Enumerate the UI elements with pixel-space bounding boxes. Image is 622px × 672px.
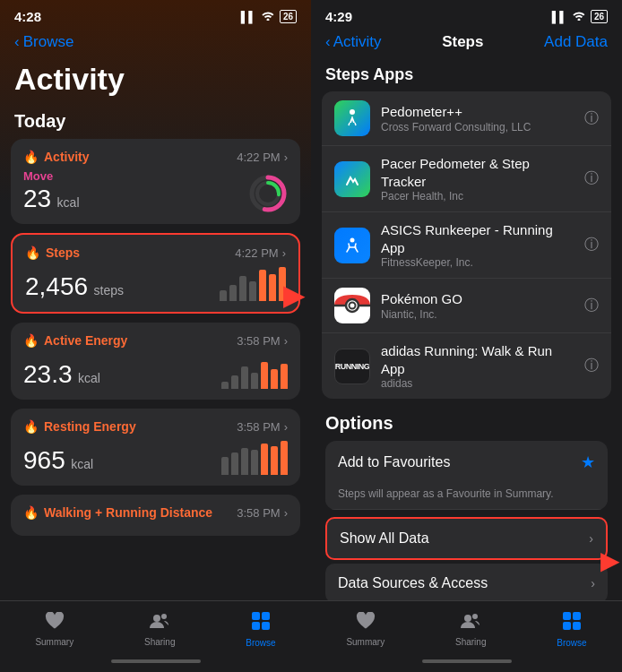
pacer-icon bbox=[334, 161, 370, 197]
asics-icon bbox=[334, 228, 370, 263]
app-item-pokemon[interactable]: Pokémon GO Niantic, Inc. ⓘ bbox=[322, 279, 611, 333]
left-chevron-icon: ‹ bbox=[14, 33, 20, 51]
left-tab-summary[interactable]: Summary bbox=[35, 612, 73, 647]
flame-icon-walking: 🔥 bbox=[23, 505, 39, 520]
resting-energy-title: 🔥 Resting Energy bbox=[23, 419, 136, 434]
right-chevron-icon: ‹ bbox=[325, 33, 331, 51]
activity-card[interactable]: 🔥 Activity 4:22 PM › Move 23 kcal bbox=[11, 139, 300, 224]
asics-company: FitnessKeeper, Inc. bbox=[381, 256, 574, 269]
left-status-icons: ▌▌ 26 bbox=[241, 10, 297, 23]
adidas-icon: RUNNING bbox=[334, 349, 370, 384]
right-status-icons: ▌▌ 26 bbox=[552, 10, 608, 23]
right-sharing-icon bbox=[460, 612, 481, 634]
show-all-chevron: › bbox=[589, 531, 593, 546]
walking-running-card[interactable]: 🔥 Walking + Running Distance 3:58 PM › bbox=[11, 495, 300, 536]
steps-apps-header: Steps Apps bbox=[311, 60, 622, 91]
svg-rect-7 bbox=[262, 612, 270, 620]
pokemon-info: Pokémon GO Niantic, Inc. bbox=[381, 290, 574, 321]
left-tab-sharing[interactable]: Sharing bbox=[144, 612, 175, 647]
active-energy-title: 🔥 Active Energy bbox=[23, 333, 127, 348]
add-to-favourites-row[interactable]: Add to Favourites ★ bbox=[325, 441, 608, 485]
move-label: Move bbox=[23, 169, 80, 183]
app-item-pedometer[interactable]: Pedometer++ Cross Forward Consulting, LL… bbox=[322, 91, 611, 146]
sharing-icon bbox=[149, 612, 170, 634]
right-back-button[interactable]: ‹ Activity bbox=[325, 33, 382, 51]
right-tab-browse[interactable]: Browse bbox=[557, 611, 586, 648]
adidas-name: adidas Running: Walk & Run App bbox=[381, 342, 574, 377]
flame-icon-activity: 🔥 bbox=[23, 150, 39, 164]
svg-rect-21 bbox=[573, 622, 581, 630]
left-tab-sharing-label: Sharing bbox=[144, 637, 175, 647]
active-energy-card[interactable]: 🔥 Active Energy 3:58 PM › 23.3 kcal bbox=[11, 323, 300, 400]
show-all-data-row[interactable]: Show All Data › bbox=[325, 517, 608, 560]
add-data-button[interactable]: Add Data bbox=[544, 33, 608, 51]
steps-value: 2,456 steps bbox=[25, 272, 124, 301]
right-nav-title: Steps bbox=[442, 33, 483, 51]
svg-rect-19 bbox=[573, 612, 581, 620]
pokemon-name: Pokémon GO bbox=[381, 290, 574, 308]
left-time: 4:28 bbox=[14, 9, 41, 24]
app-item-asics[interactable]: ASICS Runkeeper - Running App FitnessKee… bbox=[322, 212, 611, 279]
svg-point-4 bbox=[153, 615, 160, 622]
left-scroll-area: 🔥 Activity 4:22 PM › Move 23 kcal bbox=[0, 139, 311, 672]
svg-point-10 bbox=[350, 109, 355, 115]
steps-apps-list: Pedometer++ Cross Forward Consulting, LL… bbox=[322, 91, 611, 399]
pacer-company: Pacer Health, Inc bbox=[381, 190, 574, 202]
heart-icon bbox=[45, 612, 65, 634]
resting-energy-card[interactable]: 🔥 Resting Energy 3:58 PM › 965 kcal bbox=[11, 409, 300, 486]
right-tab-summary[interactable]: Summary bbox=[346, 612, 384, 647]
left-page-title: Activity bbox=[0, 58, 311, 111]
steps-card[interactable]: 🔥 Steps 4:22 PM › 2,456 steps bbox=[11, 233, 300, 314]
right-browse-icon bbox=[562, 611, 582, 635]
options-section: Options Add to Favourites ★ Steps will a… bbox=[311, 413, 622, 610]
signal-icon: ▌▌ bbox=[241, 11, 256, 23]
activity-card-title: 🔥 Activity bbox=[23, 150, 90, 164]
pacer-info-icon[interactable]: ⓘ bbox=[584, 169, 599, 188]
right-time: 4:29 bbox=[325, 9, 352, 24]
left-status-bar: 4:28 ▌▌ 26 bbox=[0, 0, 311, 30]
pedometer-info-icon[interactable]: ⓘ bbox=[584, 109, 599, 128]
activity-chevron: › bbox=[284, 151, 288, 164]
pedometer-icon bbox=[334, 100, 370, 136]
right-status-bar: 4:29 ▌▌ 26 bbox=[311, 0, 622, 30]
svg-point-16 bbox=[464, 615, 471, 622]
right-home-indicator bbox=[311, 652, 622, 670]
left-tab-browse[interactable]: Browse bbox=[246, 611, 275, 648]
svg-rect-9 bbox=[262, 622, 270, 630]
pedometer-info: Pedometer++ Cross Forward Consulting, LL… bbox=[381, 103, 574, 134]
left-back-button[interactable]: ‹ Browse bbox=[0, 30, 311, 58]
resting-energy-value: 965 kcal bbox=[23, 446, 93, 475]
pacer-name: Pacer Pedometer & Step Tracker bbox=[381, 155, 574, 190]
right-panel: 4:29 ▌▌ 26 ‹ Activity Steps Add Data Ste… bbox=[311, 0, 622, 672]
left-tab-summary-label: Summary bbox=[35, 637, 73, 647]
right-scroll-area: Steps Apps Pedometer++ Cross Forward Con… bbox=[311, 60, 622, 672]
right-wifi-icon bbox=[572, 10, 586, 23]
asics-info-icon[interactable]: ⓘ bbox=[584, 236, 599, 254]
steps-chevron: › bbox=[282, 246, 286, 260]
left-panel: 4:28 ▌▌ 26 ‹ Browse Activity Today 🔥 Act… bbox=[0, 0, 311, 672]
active-energy-time: 3:58 PM › bbox=[237, 334, 288, 348]
adidas-info-icon[interactable]: ⓘ bbox=[584, 357, 599, 375]
favourites-note: Steps will appear as a Favourite in Summ… bbox=[325, 484, 608, 510]
app-item-adidas[interactable]: RUNNING adidas Running: Walk & Run App a… bbox=[322, 333, 611, 399]
flame-icon-active: 🔥 bbox=[23, 333, 39, 348]
svg-point-5 bbox=[161, 614, 167, 619]
star-icon: ★ bbox=[581, 452, 595, 472]
left-home-indicator bbox=[0, 652, 311, 670]
resting-energy-time: 3:58 PM › bbox=[237, 420, 288, 434]
pokemon-info-icon[interactable]: ⓘ bbox=[584, 297, 599, 315]
right-tab-sharing[interactable]: Sharing bbox=[455, 612, 486, 647]
adidas-company: adidas bbox=[381, 377, 574, 390]
resting-energy-chart bbox=[221, 439, 288, 475]
data-sources-chevron: › bbox=[591, 576, 595, 590]
active-energy-chevron: › bbox=[284, 334, 288, 348]
asics-info: ASICS Runkeeper - Running App FitnessKee… bbox=[381, 221, 574, 269]
flame-icon-resting: 🔥 bbox=[23, 419, 39, 434]
asics-name: ASICS Runkeeper - Running App bbox=[381, 221, 574, 256]
data-sources-row[interactable]: Data Sources & Access › bbox=[325, 564, 608, 603]
left-tab-browse-label: Browse bbox=[246, 638, 275, 648]
wifi-icon bbox=[261, 10, 275, 23]
svg-rect-20 bbox=[563, 622, 571, 630]
options-title: Options bbox=[325, 413, 608, 434]
app-item-pacer[interactable]: Pacer Pedometer & Step Tracker Pacer Hea… bbox=[322, 146, 611, 212]
